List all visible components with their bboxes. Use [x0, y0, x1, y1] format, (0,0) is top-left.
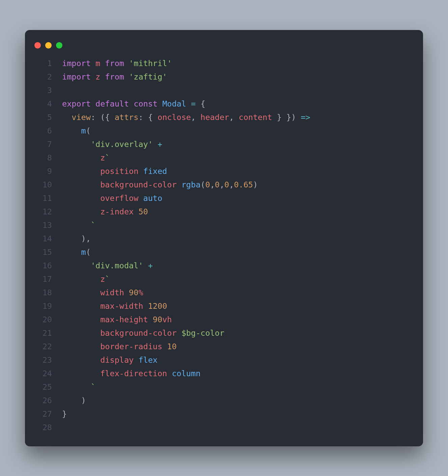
- line-source: import m from 'mithril': [62, 57, 172, 70]
- line-number: 25: [25, 380, 62, 394]
- line-number: 5: [25, 111, 62, 124]
- code-line[interactable]: 20 max-height 90vh: [25, 313, 414, 326]
- line-source: export default const Modal = {: [62, 97, 205, 111]
- window-controls: [25, 39, 423, 57]
- code-line[interactable]: 9 position fixed: [25, 165, 414, 178]
- code-line[interactable]: 16 'div.modal' +: [25, 259, 414, 272]
- line-source: m(: [62, 124, 91, 138]
- line-source: z`: [62, 151, 110, 165]
- code-line[interactable]: 2import z from 'zaftig': [25, 70, 414, 84]
- code-line[interactable]: 25 `: [25, 380, 414, 394]
- line-number: 12: [25, 205, 62, 218]
- line-number: 18: [25, 286, 62, 299]
- code-line[interactable]: 17 z`: [25, 272, 414, 286]
- code-line[interactable]: 7 'div.overlay' +: [25, 138, 414, 151]
- line-number: 9: [25, 165, 62, 178]
- code-line[interactable]: 22 border-radius 10: [25, 340, 414, 353]
- line-source: ),: [62, 232, 91, 245]
- line-source: max-height 90vh: [62, 313, 172, 326]
- line-number: 13: [25, 218, 62, 232]
- code-line[interactable]: 28: [25, 421, 414, 434]
- line-source: width 90%: [62, 286, 143, 299]
- code-line[interactable]: 13 `: [25, 218, 414, 232]
- line-number: 28: [25, 421, 62, 434]
- line-source: flex-direction column: [62, 367, 200, 380]
- line-source: m(: [62, 245, 91, 259]
- line-source: background-color rgba(0,0,0,0.65): [62, 178, 258, 191]
- code-line[interactable]: 10 background-color rgba(0,0,0,0.65): [25, 178, 414, 191]
- line-number: 4: [25, 97, 62, 111]
- code-line[interactable]: 6 m(: [25, 124, 414, 138]
- line-number: 24: [25, 367, 62, 380]
- line-source: z`: [62, 272, 110, 286]
- code-editor[interactable]: 1import m from 'mithril'2import z from '…: [25, 57, 423, 434]
- line-source: view: ({ attrs: { onclose, header, conte…: [62, 111, 310, 124]
- line-number: 27: [25, 407, 62, 421]
- code-line[interactable]: 14 ),: [25, 232, 414, 245]
- code-line[interactable]: 3: [25, 84, 414, 97]
- line-number: 2: [25, 70, 62, 84]
- line-number: 10: [25, 178, 62, 191]
- code-line[interactable]: 8 z`: [25, 151, 414, 165]
- code-window: 1import m from 'mithril'2import z from '…: [25, 30, 423, 446]
- code-line[interactable]: 4export default const Modal = {: [25, 97, 414, 111]
- line-number: 16: [25, 259, 62, 272]
- line-source: }: [62, 407, 67, 421]
- line-source: background-color $bg-color: [62, 326, 224, 340]
- code-line[interactable]: 12 z-index 50: [25, 205, 414, 218]
- line-source: 'div.modal' +: [62, 259, 153, 272]
- line-source: overflow auto: [62, 191, 162, 205]
- line-source: ): [62, 394, 86, 407]
- close-icon[interactable]: [34, 42, 41, 49]
- line-number: 14: [25, 232, 62, 245]
- line-source: border-radius 10: [62, 340, 177, 353]
- code-line[interactable]: 18 width 90%: [25, 286, 414, 299]
- code-line[interactable]: 21 background-color $bg-color: [25, 326, 414, 340]
- line-number: 20: [25, 313, 62, 326]
- line-source: `: [62, 380, 95, 394]
- line-number: 26: [25, 394, 62, 407]
- line-source: display flex: [62, 353, 158, 367]
- line-number: 21: [25, 326, 62, 340]
- line-source: z-index 50: [62, 205, 148, 218]
- line-number: 1: [25, 57, 62, 70]
- line-number: 8: [25, 151, 62, 165]
- code-line[interactable]: 15 m(: [25, 245, 414, 259]
- line-source: `: [62, 218, 95, 232]
- minimize-icon[interactable]: [45, 42, 52, 49]
- line-number: 11: [25, 191, 62, 205]
- line-source: max-width 1200: [62, 299, 167, 313]
- line-number: 6: [25, 124, 62, 138]
- line-number: 7: [25, 138, 62, 151]
- line-number: 3: [25, 84, 62, 97]
- code-line[interactable]: 24 flex-direction column: [25, 367, 414, 380]
- line-number: 23: [25, 353, 62, 367]
- line-number: 15: [25, 245, 62, 259]
- code-line[interactable]: 23 display flex: [25, 353, 414, 367]
- code-line[interactable]: 11 overflow auto: [25, 191, 414, 205]
- zoom-icon[interactable]: [56, 42, 62, 49]
- code-line[interactable]: 27}: [25, 407, 414, 421]
- line-number: 22: [25, 340, 62, 353]
- line-source: [62, 421, 67, 434]
- line-source: import z from 'zaftig': [62, 70, 167, 84]
- line-source: 'div.overlay' +: [62, 138, 162, 151]
- line-number: 17: [25, 272, 62, 286]
- code-line[interactable]: 19 max-width 1200: [25, 299, 414, 313]
- code-line[interactable]: 26 ): [25, 394, 414, 407]
- line-source: position fixed: [62, 165, 167, 178]
- line-source: [62, 84, 67, 97]
- code-line[interactable]: 1import m from 'mithril': [25, 57, 414, 70]
- line-number: 19: [25, 299, 62, 313]
- code-line[interactable]: 5 view: ({ attrs: { onclose, header, con…: [25, 111, 414, 124]
